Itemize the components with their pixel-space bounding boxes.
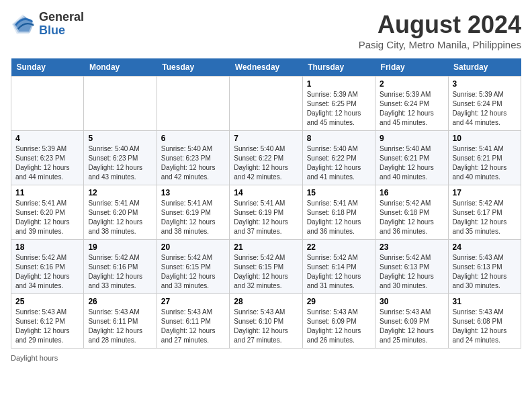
day-info: Sunrise: 5:43 AM Sunset: 6:11 PM Dayligh…: [161, 308, 225, 345]
day-info: Sunrise: 5:39 AM Sunset: 6:25 PM Dayligh…: [307, 90, 371, 128]
day-info: Sunrise: 5:43 AM Sunset: 6:12 PM Dayligh…: [15, 308, 79, 345]
day-info: Sunrise: 5:43 AM Sunset: 6:11 PM Dayligh…: [88, 308, 152, 345]
calendar-cell: 12Sunrise: 5:41 AM Sunset: 6:20 PM Dayli…: [84, 185, 157, 240]
day-info: Sunrise: 5:42 AM Sunset: 6:13 PM Dayligh…: [380, 253, 443, 291]
day-number: 28: [234, 297, 298, 306]
calendar-cell: 13Sunrise: 5:41 AM Sunset: 6:19 PM Dayli…: [157, 185, 229, 240]
day-info: Sunrise: 5:42 AM Sunset: 6:15 PM Dayligh…: [161, 253, 225, 291]
calendar-cell: [84, 77, 157, 131]
weekday-header-tuesday: Tuesday: [157, 58, 229, 77]
day-number: 20: [161, 242, 225, 252]
calendar-cell: 22Sunrise: 5:42 AM Sunset: 6:14 PM Dayli…: [302, 240, 375, 294]
day-number: 2: [380, 79, 443, 89]
calendar-cell: 17Sunrise: 5:42 AM Sunset: 6:17 PM Dayli…: [448, 185, 521, 240]
calendar-cell: 5Sunrise: 5:40 AM Sunset: 6:23 PM Daylig…: [84, 131, 157, 185]
calendar-cell: 4Sunrise: 5:39 AM Sunset: 6:23 PM Daylig…: [11, 131, 84, 185]
day-info: Sunrise: 5:42 AM Sunset: 6:17 PM Dayligh…: [453, 199, 517, 236]
day-number: 26: [88, 297, 152, 306]
logo-general-text: General: [39, 11, 84, 24]
calendar-cell: [11, 77, 84, 131]
day-number: 23: [380, 242, 443, 252]
calendar-cell: 30Sunrise: 5:43 AM Sunset: 6:09 PM Dayli…: [375, 294, 448, 349]
week-row-2: 4Sunrise: 5:39 AM Sunset: 6:23 PM Daylig…: [11, 131, 521, 185]
day-info: Sunrise: 5:42 AM Sunset: 6:15 PM Dayligh…: [234, 253, 298, 291]
day-number: 11: [15, 188, 79, 197]
calendar-cell: 7Sunrise: 5:40 AM Sunset: 6:22 PM Daylig…: [230, 131, 302, 185]
day-number: 1: [307, 79, 371, 89]
day-number: 22: [307, 242, 371, 252]
day-info: Sunrise: 5:40 AM Sunset: 6:23 PM Dayligh…: [88, 144, 152, 182]
weekday-header-monday: Monday: [84, 58, 157, 77]
day-info: Sunrise: 5:41 AM Sunset: 6:20 PM Dayligh…: [15, 199, 79, 236]
calendar-cell: 21Sunrise: 5:42 AM Sunset: 6:15 PM Dayli…: [230, 240, 302, 294]
day-number: 18: [15, 242, 79, 252]
week-row-5: 25Sunrise: 5:43 AM Sunset: 6:12 PM Dayli…: [11, 294, 521, 349]
day-number: 4: [15, 134, 79, 143]
calendar-cell: [157, 77, 229, 131]
calendar-cell: [230, 77, 302, 131]
day-number: 19: [88, 242, 152, 252]
day-info: Sunrise: 5:41 AM Sunset: 6:18 PM Dayligh…: [307, 199, 371, 236]
day-info: Sunrise: 5:42 AM Sunset: 6:14 PM Dayligh…: [307, 253, 371, 291]
calendar-cell: 23Sunrise: 5:42 AM Sunset: 6:13 PM Dayli…: [375, 240, 448, 294]
day-info: Sunrise: 5:41 AM Sunset: 6:19 PM Dayligh…: [161, 199, 225, 236]
location-subtitle: Pasig City, Metro Manila, Philippines: [359, 39, 521, 50]
calendar-table: SundayMondayTuesdayWednesdayThursdayFrid…: [11, 58, 521, 349]
month-year-title: August 2024: [359, 11, 521, 39]
calendar-cell: 16Sunrise: 5:42 AM Sunset: 6:18 PM Dayli…: [375, 185, 448, 240]
day-number: 3: [453, 79, 517, 89]
calendar-cell: 25Sunrise: 5:43 AM Sunset: 6:12 PM Dayli…: [11, 294, 84, 349]
week-row-3: 11Sunrise: 5:41 AM Sunset: 6:20 PM Dayli…: [11, 185, 521, 240]
weekday-header-row: SundayMondayTuesdayWednesdayThursdayFrid…: [11, 58, 521, 77]
day-number: 12: [88, 188, 152, 197]
calendar-cell: 2Sunrise: 5:39 AM Sunset: 6:24 PM Daylig…: [375, 77, 448, 131]
footer-note: Daylight hours: [11, 354, 521, 362]
weekday-header-wednesday: Wednesday: [230, 58, 302, 77]
day-number: 15: [307, 188, 371, 197]
day-number: 8: [307, 134, 371, 143]
day-number: 25: [15, 297, 79, 306]
weekday-header-thursday: Thursday: [302, 58, 375, 77]
day-number: 10: [453, 134, 517, 143]
calendar-cell: 14Sunrise: 5:41 AM Sunset: 6:19 PM Dayli…: [230, 185, 302, 240]
day-info: Sunrise: 5:43 AM Sunset: 6:08 PM Dayligh…: [453, 308, 517, 345]
day-info: Sunrise: 5:39 AM Sunset: 6:24 PM Dayligh…: [453, 90, 517, 128]
day-info: Sunrise: 5:42 AM Sunset: 6:16 PM Dayligh…: [88, 253, 152, 291]
day-info: Sunrise: 5:40 AM Sunset: 6:21 PM Dayligh…: [380, 144, 443, 182]
day-info: Sunrise: 5:39 AM Sunset: 6:24 PM Dayligh…: [380, 90, 443, 128]
calendar-cell: 29Sunrise: 5:43 AM Sunset: 6:09 PM Dayli…: [302, 294, 375, 349]
calendar-cell: 15Sunrise: 5:41 AM Sunset: 6:18 PM Dayli…: [302, 185, 375, 240]
day-info: Sunrise: 5:41 AM Sunset: 6:21 PM Dayligh…: [453, 144, 517, 182]
calendar-cell: 9Sunrise: 5:40 AM Sunset: 6:21 PM Daylig…: [375, 131, 448, 185]
day-info: Sunrise: 5:41 AM Sunset: 6:19 PM Dayligh…: [234, 199, 298, 236]
day-number: 24: [453, 242, 517, 252]
day-number: 30: [380, 297, 443, 306]
calendar-cell: 8Sunrise: 5:40 AM Sunset: 6:22 PM Daylig…: [302, 131, 375, 185]
day-number: 21: [234, 242, 298, 252]
calendar-cell: 26Sunrise: 5:43 AM Sunset: 6:11 PM Dayli…: [84, 294, 157, 349]
calendar-cell: 27Sunrise: 5:43 AM Sunset: 6:11 PM Dayli…: [157, 294, 229, 349]
calendar-cell: 31Sunrise: 5:43 AM Sunset: 6:08 PM Dayli…: [448, 294, 521, 349]
day-number: 17: [453, 188, 517, 197]
calendar-cell: 6Sunrise: 5:40 AM Sunset: 6:23 PM Daylig…: [157, 131, 229, 185]
logo-icon: [11, 12, 35, 36]
day-number: 14: [234, 188, 298, 197]
day-number: 16: [380, 188, 443, 197]
day-number: 5: [88, 134, 152, 143]
day-info: Sunrise: 5:43 AM Sunset: 6:10 PM Dayligh…: [234, 308, 298, 345]
day-info: Sunrise: 5:43 AM Sunset: 6:13 PM Dayligh…: [453, 253, 517, 291]
day-number: 31: [453, 297, 517, 306]
day-number: 27: [161, 297, 225, 306]
calendar-cell: 18Sunrise: 5:42 AM Sunset: 6:16 PM Dayli…: [11, 240, 84, 294]
day-number: 9: [380, 134, 443, 143]
header: General Blue August 2024 Pasig City, Met…: [11, 11, 521, 50]
daylight-hours-label: Daylight hours: [11, 354, 58, 362]
calendar-cell: 3Sunrise: 5:39 AM Sunset: 6:24 PM Daylig…: [448, 77, 521, 131]
day-info: Sunrise: 5:41 AM Sunset: 6:20 PM Dayligh…: [88, 199, 152, 236]
title-block: August 2024 Pasig City, Metro Manila, Ph…: [359, 11, 521, 50]
weekday-header-sunday: Sunday: [11, 58, 84, 77]
calendar-cell: 20Sunrise: 5:42 AM Sunset: 6:15 PM Dayli…: [157, 240, 229, 294]
weekday-header-friday: Friday: [375, 58, 448, 77]
week-row-4: 18Sunrise: 5:42 AM Sunset: 6:16 PM Dayli…: [11, 240, 521, 294]
calendar-cell: 28Sunrise: 5:43 AM Sunset: 6:10 PM Dayli…: [230, 294, 302, 349]
